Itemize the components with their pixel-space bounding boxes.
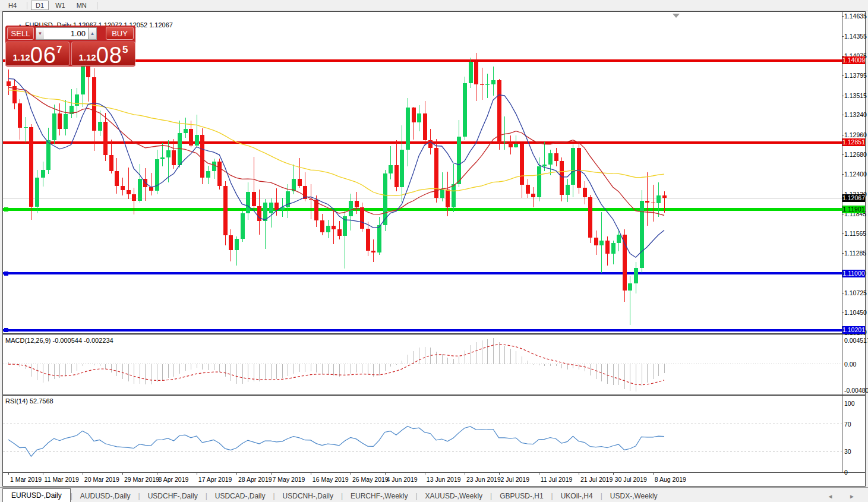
price-axis-tag: 1.14009 xyxy=(842,56,865,64)
macd-axis-label: -0.004806 xyxy=(844,387,868,394)
panel-separator[interactable] xyxy=(3,333,865,334)
indicator-line xyxy=(8,345,664,385)
panel-separator[interactable] xyxy=(3,334,865,335)
macd-indicator-chart[interactable] xyxy=(3,336,842,394)
date-axis-label: 20 Mar 2019 xyxy=(84,476,119,483)
chart-tab-9[interactable]: UKOil-,H4 xyxy=(553,490,601,502)
date-axis-label: 11 Jul 2019 xyxy=(541,476,573,483)
buy-button[interactable]: BUY xyxy=(106,27,134,40)
price-axis-tick xyxy=(842,96,844,96)
quote-close: 1.12067 xyxy=(149,21,173,29)
rsi-label: RSI(14) 52.7568 xyxy=(5,397,53,405)
chart-tab-6[interactable]: EURCHF-,Weekly xyxy=(343,490,415,502)
price-axis-tick xyxy=(842,16,844,17)
price-axis-tag: 1.12067 xyxy=(842,194,865,202)
timeframe-button-mn[interactable]: MN xyxy=(72,1,91,10)
date-axis-tick xyxy=(385,473,386,475)
date-axis-label: 4 Jun 2019 xyxy=(387,476,418,483)
date-axis-tick xyxy=(83,473,83,475)
price-axis-tag: 1.11000 xyxy=(842,270,865,277)
rsi-axis-label: 30 xyxy=(844,448,851,455)
price-axis-tick xyxy=(842,253,844,254)
date-axis-label: 13 Jun 2019 xyxy=(427,476,461,483)
chart-tab-4[interactable]: USDCAD-,Daily xyxy=(207,490,273,502)
date-axis-tick xyxy=(271,473,272,475)
sell-price-display[interactable]: 1.12 06 7 xyxy=(5,42,70,66)
tab-scroll-arrows[interactable]: ◄ ► xyxy=(827,493,862,502)
macd-axis-label: 0.00 xyxy=(844,361,856,368)
date-axis-label: 11 Mar 2019 xyxy=(45,476,79,483)
date-axis-tick xyxy=(311,473,311,475)
timeframe-button-h4[interactable]: H4 xyxy=(4,1,21,10)
mt4-terminal: H4D1W1MN ▲EURUSD-,Daily1.120671.120721.1… xyxy=(0,0,868,502)
chart-tab-5[interactable]: USDCNH-,Daily xyxy=(275,490,341,502)
date-axis-tick xyxy=(539,473,539,475)
date-axis-label: 26 May 2019 xyxy=(352,476,389,483)
date-axis-label: 21 Jul 2019 xyxy=(580,476,613,483)
indicator-line xyxy=(8,78,664,257)
price-axis-tick xyxy=(842,214,844,214)
date-axis-label: 2 Jul 2019 xyxy=(501,476,529,483)
date-axis-tick xyxy=(122,473,123,475)
date-axis-tick xyxy=(157,473,157,475)
rsi-axis-label: 70 xyxy=(844,421,851,428)
date-axis-tick xyxy=(613,473,614,475)
macd-axis-label: 0.004517 xyxy=(844,337,868,344)
price-axis-label: 1.11285 xyxy=(844,250,866,257)
timeframe-button-w1[interactable]: W1 xyxy=(50,1,70,10)
chart-tab-strip: EURUSD-,Daily|AUDUSD-,Daily|USDCHF-,Dail… xyxy=(0,487,868,502)
line-drag-handle[interactable] xyxy=(4,328,8,332)
price-axis-label: 1.12680 xyxy=(844,151,867,158)
date-axis-tick xyxy=(653,473,654,475)
one-click-trading-panel: SELL ▼ ▲ BUY 1.12 06 7 1.12 08 5 xyxy=(5,26,135,67)
price-axis-label: 1.12400 xyxy=(844,171,867,178)
price-axis-tick xyxy=(842,293,844,293)
chart-shift-marker[interactable] xyxy=(673,14,680,18)
price-axis-tick xyxy=(842,154,844,155)
panel-separator[interactable] xyxy=(3,472,865,473)
line-drag-handle[interactable] xyxy=(4,207,8,211)
chart-tab-10[interactable]: USDX-,Weekly xyxy=(602,490,665,502)
date-axis-label: 1 Mar 2019 xyxy=(10,476,42,483)
panel-separator[interactable] xyxy=(3,394,865,394)
price-axis-tick xyxy=(842,312,844,313)
chart-tab-3[interactable]: USDCHF-,Daily xyxy=(140,490,206,502)
chart-tab-7[interactable]: XAUUSD-,Weekly xyxy=(418,490,490,502)
chart-tab-2[interactable]: AUDUSD-,Daily xyxy=(72,490,138,502)
date-axis-label: 30 Jul 2019 xyxy=(615,476,647,483)
chart-tab-8[interactable]: GBPUSD-,H1 xyxy=(492,490,551,502)
price-axis-tick xyxy=(842,233,844,234)
chart-window: ▲EURUSD-,Daily1.120671.120721.120521.120… xyxy=(2,11,866,487)
line-drag-handle[interactable] xyxy=(4,271,8,276)
date-axis-tick xyxy=(499,473,500,475)
price-axis-label: 1.10725 xyxy=(844,289,867,296)
date-axis-label: 28 Apr 2019 xyxy=(238,476,272,483)
price-axis-tick xyxy=(842,115,844,115)
price-axis-label: 1.13515 xyxy=(844,92,867,99)
buy-price-display[interactable]: 1.12 08 5 xyxy=(71,42,135,66)
price-axis-label: 1.13795 xyxy=(844,72,867,79)
timeframe-button-d1[interactable]: D1 xyxy=(31,1,49,10)
date-axis-label: 8 Aug 2019 xyxy=(655,476,686,483)
sell-button[interactable]: SELL xyxy=(7,27,34,40)
price-axis-tag: 1.11901 xyxy=(842,206,865,213)
date-axis-tick xyxy=(579,473,579,475)
date-axis-tick xyxy=(236,473,237,475)
panel-separator[interactable] xyxy=(3,395,865,396)
volume-decrease-button[interactable]: ▼ xyxy=(36,27,45,40)
volume-input[interactable] xyxy=(44,27,89,40)
price-axis-tick xyxy=(842,135,844,135)
date-axis-tick xyxy=(425,473,425,475)
date-axis-tick xyxy=(43,473,43,475)
price-axis-tick xyxy=(842,75,844,76)
price-axis-tick xyxy=(842,174,844,175)
date-axis-tick xyxy=(465,473,465,475)
date-axis-label: 16 May 2019 xyxy=(313,476,349,483)
volume-increase-button[interactable]: ▲ xyxy=(88,27,97,40)
toolbar-separator xyxy=(97,2,97,10)
rsi-indicator-chart[interactable] xyxy=(3,396,842,472)
price-axis-tick xyxy=(842,36,844,37)
macd-label: MACD(12,26,9) -0.000544 -0.002234 xyxy=(5,337,113,344)
chart-tab-1[interactable]: EURUSD-,Daily xyxy=(2,488,71,502)
date-axis-tick xyxy=(8,473,9,475)
